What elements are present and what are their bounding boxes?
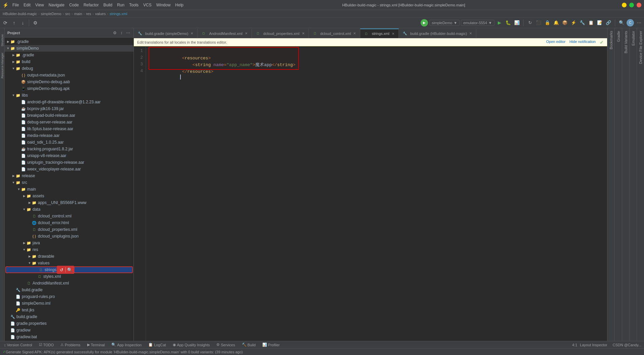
toolbar-down-btn[interactable]: ↓ — [19, 19, 27, 27]
menu-edit[interactable]: Edit — [21, 2, 33, 8]
tree-item-android-manifest[interactable]: ▶ 🗋 AndroidManifest.xml — [5, 280, 133, 287]
menu-refactor[interactable]: Refactor — [82, 2, 101, 8]
tree-item-assets[interactable]: ▶ 📁 assets — [5, 193, 133, 199]
tree-item-libs[interactable]: ▼ 📁 libs — [5, 92, 133, 99]
tab-strings-xml[interactable]: 🗋 strings.xml ✕ — [360, 29, 399, 38]
tree-item-output-metadata[interactable]: ▶ { } output-metadata.json — [5, 72, 133, 79]
tree-item-release[interactable]: ▶ 📁 release — [5, 172, 133, 179]
menu-navigate[interactable]: Navigate — [47, 2, 66, 8]
toolbar-btn-2[interactable]: 🔒 — [544, 19, 551, 27]
toolbar-up-btn[interactable]: ↑ — [10, 19, 18, 27]
tree-item-build[interactable]: ▶ 📁 build — [5, 58, 133, 65]
hide-notification-link[interactable]: Hide notification — [570, 40, 596, 45]
tree-item-weex[interactable]: ▶ 📄 weex_videoplayer-release.aar — [5, 166, 133, 172]
tree-item-apps-uni[interactable]: ▶ 📁 apps__UNI_B5566F1.www — [5, 199, 133, 206]
breadcrumb-part-3[interactable]: main — [74, 12, 82, 16]
tree-item-gradlew-bat[interactable]: ▶ 📄 gradlew.bat — [5, 334, 133, 340]
breadcrumb-part-1[interactable]: simpleDemo — [41, 12, 61, 16]
menu-vcs[interactable]: VCS — [141, 2, 154, 8]
more-btn[interactable]: ⋯ — [635, 19, 643, 27]
structure-tab[interactable]: Structure — [0, 32, 5, 49]
tree-item-simpleDemo-aab[interactable]: ▶ 📦 simpleDemo-debug.aab — [5, 79, 133, 85]
tree-item-gradlew[interactable]: ▶ 📄 gradlew — [5, 327, 133, 334]
tree-item-src[interactable]: ▼ 📁 src — [5, 179, 133, 186]
tree-item-bcprov[interactable]: ▶ ☕ bcprov-jdk16-139.jar — [5, 105, 133, 112]
tree-item-values[interactable]: ▼ 📁 values — [5, 260, 133, 266]
tree-item-gradle[interactable]: ▶ 📁 .gradle — [5, 38, 133, 45]
breadcrumb-part-6[interactable]: strings.xml — [110, 12, 127, 16]
code-content[interactable]: <resources> <string name="app_name">魔术ap… — [146, 46, 607, 341]
tab-close-btn[interactable]: ✕ — [353, 32, 357, 35]
tree-item-simpleDemo[interactable]: ▼ 📁 simpleDemo — [5, 45, 133, 52]
tree-item-debug[interactable]: ▼ 📁 debug — [5, 65, 133, 72]
breadcrumb-part-2[interactable]: src — [65, 12, 70, 16]
status-app-quality[interactable]: ◉ App Quality Insights — [171, 341, 211, 349]
user-avatar[interactable]: C — [627, 19, 634, 27]
tab-close-btn[interactable]: ✕ — [244, 32, 248, 35]
tab-close-btn[interactable]: ✕ — [469, 32, 473, 35]
tree-item-tracking[interactable]: ▶ ☕ tracking.proguard1.8.2.jar — [5, 146, 133, 152]
tree-item-lib5plus[interactable]: ▶ 📄 lib.5plus.base-release.aar — [5, 125, 133, 132]
tree-item-dcloud-uniplugins[interactable]: ▶ { } dcloud_uniplugins.json — [5, 233, 133, 240]
toolbar-btn-7[interactable]: 📋 — [587, 19, 595, 27]
gradle-tab[interactable]: Gradle — [615, 28, 622, 45]
status-logcat[interactable]: 📋 LogCat — [147, 341, 167, 349]
menu-view[interactable]: View — [33, 2, 46, 8]
tree-item-main[interactable]: ▼ 📁 main — [5, 186, 133, 193]
tree-item-simpleDemo-iml[interactable]: ▶ 📄 simpleDemo.iml — [5, 300, 133, 307]
status-problems[interactable]: ⚠ Problems — [59, 341, 82, 349]
tab-dcloud-properties[interactable]: 🗋 dcloud_properties.xml ✕ — [252, 29, 309, 38]
tree-item-gradle2[interactable]: ▶ 📁 .gradle — [5, 52, 133, 58]
menu-code[interactable]: Code — [67, 2, 81, 8]
device-file-explorer-tab[interactable]: Device File Explorer — [638, 28, 644, 66]
debug-button[interactable]: 🐛 — [504, 19, 512, 27]
run-button[interactable]: ▶ — [496, 19, 503, 27]
toolbar-btn-8[interactable]: 📝 — [596, 19, 603, 27]
run-indicator[interactable]: ▶ — [421, 19, 428, 27]
breadcrumb-part-0[interactable]: HBuilder-build-magic — [3, 12, 37, 16]
menu-window[interactable]: Window — [154, 2, 173, 8]
status-todo[interactable]: ☑ TODO — [38, 341, 55, 349]
profile-button[interactable]: 📊 — [513, 19, 521, 27]
panel-tool-collapse[interactable]: ↕ — [119, 30, 124, 36]
maximize-button[interactable] — [629, 3, 634, 7]
tree-item-data[interactable]: ▼ 📁 data — [5, 206, 133, 213]
tree-item-dcloud-properties[interactable]: ▶ 🗋 dcloud_properties.xml — [5, 226, 133, 233]
tab-dcloud-control[interactable]: 🗋 dcloud_control.xml ✕ — [309, 29, 361, 38]
tree-item-gradle-properties[interactable]: ▶ 📄 gradle.properties — [5, 320, 133, 327]
tree-item-dcloud-control[interactable]: ▶ 🗋 dcloud_control.xml — [5, 213, 133, 219]
device-selector[interactable]: simpleDemo ▼ — [429, 20, 460, 26]
build-variants-tab[interactable]: Build Variants — [623, 28, 629, 56]
search-everywhere-btn[interactable]: 🔍 — [618, 19, 625, 27]
menu-run[interactable]: Run — [115, 2, 126, 8]
status-app-inspection[interactable]: 🔍 App Inspection — [110, 341, 143, 349]
minimize-button[interactable] — [622, 3, 627, 7]
status-terminal[interactable]: ▶ Terminal — [86, 341, 106, 349]
toolbar-settings-btn[interactable]: ⚙ — [31, 19, 39, 27]
tree-item-proguard[interactable]: ▶ 📄 proguard-rules.pro — [5, 293, 133, 300]
tree-item-root-build-gradle[interactable]: ▶ 🔧 build.gradle — [5, 313, 133, 320]
tab-close-btn[interactable]: ✕ — [301, 32, 305, 35]
menu-help[interactable]: Help — [173, 2, 185, 8]
popup-btn-2[interactable]: 🔍 — [66, 266, 73, 273]
tree-item-media[interactable]: ▶ 📄 media-release.aar — [5, 132, 133, 139]
open-editor-link[interactable]: Open editor — [546, 40, 565, 45]
breadcrumb-part-4[interactable]: res — [86, 12, 91, 16]
breadcrumb-part-5[interactable]: values — [95, 12, 106, 16]
resource-manager-tab[interactable]: Resource Manager — [0, 50, 5, 81]
tree-item-build-gradle[interactable]: ▶ 🔧 build.gradle — [5, 287, 133, 293]
status-version-control[interactable]: ↕ Version Control — [3, 341, 34, 349]
tree-item-java[interactable]: ▶ 📁 java — [5, 240, 133, 246]
menu-build[interactable]: Build — [101, 2, 114, 8]
tree-item-test-jks[interactable]: ▶ 🔑 test.jks — [5, 307, 133, 313]
tree-item-oaid[interactable]: ▶ 📄 oaid_sdk_1.0.25.aar — [5, 139, 133, 146]
popup-btn-1[interactable]: ↺ — [58, 266, 65, 273]
status-services[interactable]: ⚙ Services — [215, 341, 236, 349]
code-editor[interactable]: 1 2 3 4 <resources> <string name="app_na… — [134, 46, 607, 341]
toolbar-btn-6[interactable]: 🔧 — [579, 19, 586, 27]
panel-tool-more[interactable]: ⋯ — [125, 30, 131, 36]
toolbar-btn-9[interactable]: 🔗 — [605, 19, 612, 27]
tree-item-drawable[interactable]: ▶ 📁 drawable — [5, 253, 133, 260]
tree-item-simpleDemo-apk[interactable]: ▶ 📱 simpleDemo-debug.apk — [5, 85, 133, 92]
toolbar-btn-4[interactable]: 📦 — [561, 19, 569, 27]
